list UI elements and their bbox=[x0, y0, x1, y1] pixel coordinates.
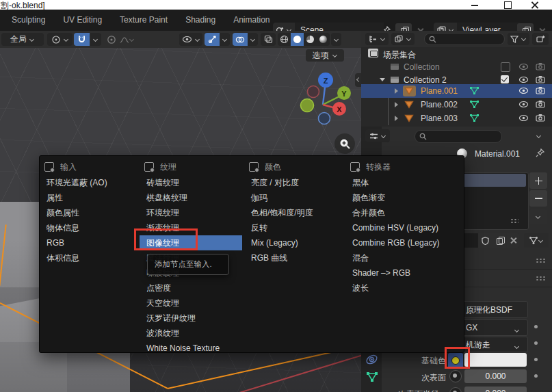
menu-item-bright-contrast[interactable]: 亮度 / 对比度 bbox=[244, 175, 345, 190]
display-mode-dropdown[interactable] bbox=[391, 33, 415, 45]
camera-icon[interactable] bbox=[536, 114, 545, 122]
expand-icon[interactable] bbox=[395, 102, 398, 107]
unlink-material-button[interactable] bbox=[507, 233, 519, 248]
camera-icon[interactable] bbox=[536, 100, 545, 108]
tab-texture-paint[interactable]: Texture Paint bbox=[111, 10, 176, 31]
outliner-row-plane-001[interactable]: Plane.001 bbox=[361, 84, 552, 98]
snap-options-dropdown[interactable] bbox=[90, 33, 101, 46]
subsurface-radius-socket[interactable] bbox=[449, 387, 462, 392]
camera-icon[interactable] bbox=[536, 62, 545, 70]
shading-material-button[interactable] bbox=[304, 33, 317, 46]
menu-item-blackbody[interactable]: 黑体 bbox=[345, 175, 462, 190]
menu-item-volume-info[interactable]: 体积信息 bbox=[40, 250, 140, 265]
physics-tab-icon[interactable] bbox=[365, 352, 379, 367]
menu-item-rgb-curves[interactable]: RGB 曲线 bbox=[244, 250, 345, 265]
menu-item-invert[interactable]: 反转 bbox=[244, 220, 345, 235]
menu-item-attribute[interactable]: 属性 bbox=[40, 190, 140, 205]
gizmo-options-dropdown[interactable] bbox=[220, 33, 230, 46]
maximize-button[interactable] bbox=[502, 0, 513, 10]
minimize-button[interactable] bbox=[469, 0, 480, 10]
viewport-options-dropdown[interactable]: 选项 bbox=[306, 49, 344, 62]
node-tree-dropdown[interactable] bbox=[524, 233, 549, 248]
menu-item-shader-to-rgb[interactable]: Shader –> RGB bbox=[345, 265, 462, 280]
drag-grip-icon[interactable] bbox=[536, 276, 547, 280]
pin-icon[interactable] bbox=[535, 148, 545, 158]
menu-item-wave-texture[interactable]: 波浪纹理 bbox=[140, 326, 242, 341]
properties-search-input[interactable] bbox=[415, 130, 502, 143]
new-collection-button[interactable] bbox=[532, 33, 549, 45]
expand-icon[interactable] bbox=[380, 78, 385, 81]
subsurface-radius-slider[interactable]: 0.000 bbox=[464, 387, 527, 392]
viewport-zoom-button[interactable] bbox=[334, 133, 355, 154]
expand-icon[interactable] bbox=[395, 88, 398, 94]
remove-material-slot-button[interactable] bbox=[529, 190, 547, 207]
show-gizmo-toggle[interactable] bbox=[205, 33, 220, 46]
shading-solid-button[interactable] bbox=[291, 33, 304, 46]
outliner-row-collection[interactable]: Collection bbox=[361, 60, 552, 73]
resize-grip-icon[interactable] bbox=[510, 218, 518, 223]
menu-item-ambient-occlusion[interactable]: 环境光遮蔽 (AO) bbox=[40, 175, 140, 190]
drag-grip-icon[interactable] bbox=[536, 258, 547, 263]
menu-item-point-density[interactable]: 点密度 bbox=[140, 280, 242, 296]
camera-icon[interactable] bbox=[536, 75, 545, 83]
fake-user-button[interactable] bbox=[478, 233, 492, 248]
menu-item-environment-texture[interactable]: 环境纹理 bbox=[140, 205, 242, 220]
subsurface-socket[interactable] bbox=[449, 370, 462, 382]
show-overlays-toggle[interactable] bbox=[233, 33, 248, 46]
eye-icon[interactable] bbox=[518, 63, 529, 70]
xray-toggle[interactable] bbox=[261, 33, 276, 46]
menu-item-color-attribute[interactable]: 颜色属性 bbox=[40, 205, 140, 220]
animate-dot[interactable] bbox=[534, 341, 538, 345]
editor-type-dropdown[interactable] bbox=[365, 33, 389, 45]
snap-toggle-button[interactable] bbox=[74, 33, 90, 46]
menu-item-sky-texture[interactable]: 天空纹理 bbox=[140, 296, 242, 311]
menu-item-combine-color[interactable]: 合并颜色 bbox=[345, 205, 462, 220]
outliner-search-input[interactable] bbox=[424, 33, 505, 45]
menu-item-mix-legacy[interactable]: Mix (Legacy) bbox=[244, 235, 345, 250]
animate-dot[interactable] bbox=[534, 374, 538, 378]
pivot-point-dropdown[interactable] bbox=[47, 33, 73, 46]
shading-wireframe-button[interactable] bbox=[278, 33, 291, 46]
animate-dot[interactable] bbox=[534, 325, 538, 328]
menu-item-combine-hsv-legacy[interactable]: Combine HSV (Legacy) bbox=[345, 220, 462, 235]
menu-item-checker-texture[interactable]: 棋盘格纹理 bbox=[140, 190, 242, 205]
new-material-button[interactable] bbox=[492, 233, 506, 248]
tab-sculpting[interactable]: Sculpting bbox=[3, 10, 54, 31]
outliner-row-scene-collection[interactable]: 场景集合 bbox=[361, 47, 552, 60]
proportional-edit-toggle[interactable] bbox=[106, 34, 117, 45]
proportional-falloff-dropdown[interactable] bbox=[120, 34, 133, 45]
eye-icon[interactable] bbox=[518, 76, 529, 83]
tab-animation[interactable]: Animation bbox=[224, 10, 271, 31]
eye-icon[interactable] bbox=[518, 87, 529, 94]
menu-item-object-info[interactable]: 物体信息 bbox=[40, 220, 140, 235]
tab-uv-editing[interactable]: UV Editing bbox=[54, 10, 111, 31]
material-slot-specials-dropdown[interactable] bbox=[529, 209, 547, 224]
overlays-options-dropdown[interactable] bbox=[248, 33, 258, 46]
tab-shading[interactable]: Shading bbox=[176, 10, 224, 31]
collection2-exclude-checkbox[interactable] bbox=[501, 75, 509, 83]
outliner-row-plane-002[interactable]: Plane.002 bbox=[361, 98, 552, 112]
shading-options-dropdown[interactable] bbox=[331, 33, 341, 46]
collection-exclude-checkbox[interactable] bbox=[501, 62, 510, 72]
menu-item-hsv[interactable]: 色相/饱和度/明度 bbox=[244, 205, 345, 220]
show-visibility-dropdown[interactable] bbox=[179, 33, 202, 46]
transform-orientation-dropdown[interactable]: 全局 bbox=[1, 33, 44, 46]
eye-icon[interactable] bbox=[518, 114, 529, 122]
close-button[interactable] bbox=[529, 0, 540, 10]
expand-icon[interactable] bbox=[395, 116, 398, 121]
menu-item-gamma[interactable]: 伽玛 bbox=[244, 190, 345, 205]
add-material-slot-button[interactable] bbox=[529, 172, 547, 189]
menu-item-combine-rgb-legacy[interactable]: Combine RGB (Legacy) bbox=[345, 235, 462, 250]
base-color-swatch[interactable] bbox=[464, 353, 527, 367]
menu-item-color-ramp[interactable]: 颜色渐变 bbox=[345, 190, 462, 205]
menu-item-brick-texture[interactable]: 砖墙纹理 bbox=[140, 175, 242, 190]
animate-dot[interactable] bbox=[534, 358, 538, 361]
sidebar-toggle[interactable] bbox=[355, 73, 361, 87]
menu-item-white-noise-texture[interactable]: White Noise Texture bbox=[140, 341, 242, 356]
menu-item-voronoi-texture[interactable]: 沃罗诺伊纹理 bbox=[140, 311, 242, 326]
subsurface-slider[interactable]: 0.000 bbox=[464, 369, 527, 383]
menu-item-wavelength[interactable]: 波长 bbox=[345, 280, 462, 296]
navigation-gizmo[interactable]: Z Y X bbox=[294, 66, 352, 131]
shading-rendered-button[interactable] bbox=[317, 33, 330, 46]
outliner-row-plane-003[interactable]: Plane.003 bbox=[361, 112, 552, 125]
